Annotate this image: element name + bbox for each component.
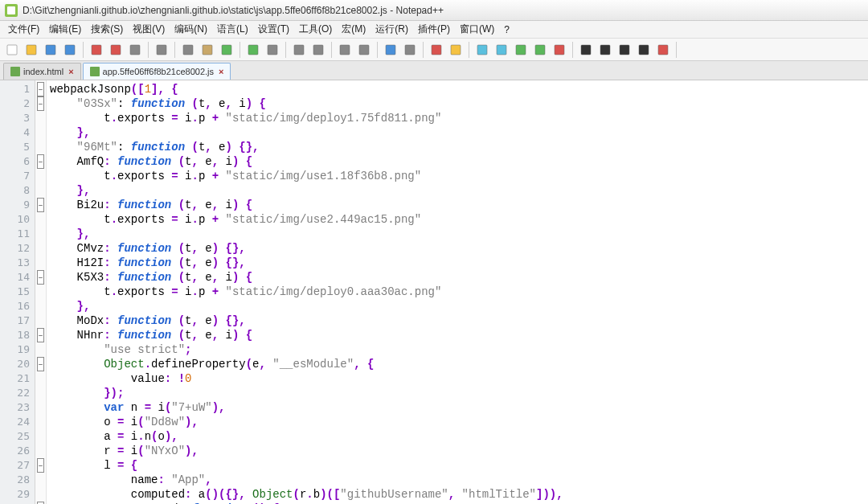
code-line[interactable]: l = { <box>50 458 868 473</box>
fold-marker-icon[interactable]: − <box>37 458 44 473</box>
spell-button[interactable] <box>654 41 672 59</box>
replace-button[interactable] <box>290 41 308 59</box>
undo-button[interactable] <box>218 41 235 59</box>
code-line[interactable]: t.exports = i.p + "static/img/deploy1.75… <box>50 111 868 125</box>
code-line[interactable]: H12I: function (t, e) {}, <box>50 256 868 270</box>
code-line[interactable]: MoDx: function (t, e) {}, <box>50 313 868 328</box>
sync-button[interactable] <box>355 41 373 59</box>
menu-item[interactable]: 搜索(S) <box>86 21 128 38</box>
code-line[interactable]: Object.defineProperty(e, "__esModule", { <box>50 357 868 371</box>
fold-marker-icon[interactable]: − <box>37 154 44 169</box>
comment-button[interactable] <box>512 41 530 59</box>
find-button[interactable] <box>264 41 281 59</box>
fold-marker-icon[interactable]: − <box>37 328 44 342</box>
rec-button[interactable] <box>551 41 568 59</box>
file-icon <box>90 67 100 76</box>
tab-bar: index.html×app.5ffe06ff6f8b21ce8002.js× <box>0 61 868 80</box>
fold-marker-icon[interactable]: − <box>37 198 44 212</box>
copy-button[interactable] <box>179 41 197 59</box>
code-line[interactable]: "96Mt": function (t, e) {}, <box>50 140 868 154</box>
line-number: 26 <box>0 444 35 458</box>
play-button[interactable] <box>577 41 595 59</box>
svg-rect-13 <box>294 45 304 55</box>
comment2-button[interactable] <box>531 41 549 59</box>
close-icon[interactable]: × <box>219 67 223 76</box>
menu-item[interactable]: 语言(L) <box>212 21 253 38</box>
close-all-button[interactable] <box>107 41 125 59</box>
indent-button[interactable] <box>428 41 445 59</box>
file-tab[interactable]: index.html× <box>3 63 81 80</box>
close-icon[interactable]: × <box>68 67 73 76</box>
doc-button[interactable] <box>473 41 491 59</box>
code-line[interactable]: }, <box>50 125 868 140</box>
code-line[interactable]: var n = i("7+uW"), <box>50 400 868 415</box>
menu-item[interactable]: 视图(V) <box>128 21 170 38</box>
play-next-button[interactable] <box>635 41 653 59</box>
save-all-button[interactable] <box>61 41 79 59</box>
code-line[interactable]: t.exports = i.p + "static/img/use1.18f36… <box>50 169 868 183</box>
folder-button[interactable] <box>447 41 465 59</box>
menu-item[interactable]: 文件(F) <box>3 21 44 38</box>
fold-slot: − <box>35 198 46 212</box>
line-number: 29 <box>0 487 35 502</box>
menu-item[interactable]: 插件(P) <box>413 21 455 38</box>
code-line[interactable]: name: "App", <box>50 473 868 487</box>
code-line[interactable]: computed: a()({}, Object(r.b)(["githubUs… <box>50 487 868 502</box>
play-list-button[interactable] <box>616 41 633 59</box>
code-line[interactable]: K5X3: function (t, e, i) { <box>50 270 868 285</box>
play-fast-button[interactable] <box>596 41 614 59</box>
fold-marker-icon[interactable]: − <box>37 82 44 96</box>
code-line[interactable]: NHnr: function (t, e, i) { <box>50 328 868 342</box>
wrap-button[interactable] <box>382 41 399 59</box>
hidden-button[interactable] <box>401 41 419 59</box>
redo-button[interactable] <box>244 41 262 59</box>
code-line[interactable]: value: !0 <box>50 371 868 386</box>
code-line[interactable]: }, <box>50 227 868 241</box>
cut-button[interactable] <box>153 41 170 59</box>
save-button[interactable] <box>42 41 59 59</box>
menu-item[interactable]: 窗口(W) <box>455 21 499 38</box>
code-line[interactable]: }); <box>50 386 868 400</box>
print-button[interactable] <box>126 41 144 59</box>
code-line[interactable]: }, <box>50 183 868 198</box>
code-line[interactable]: Bi2u: function (t, e, i) { <box>50 198 868 212</box>
fold-marker-icon[interactable]: − <box>37 96 44 111</box>
menu-item[interactable]: 编码(N) <box>170 21 212 38</box>
menu-item[interactable]: 编辑(E) <box>44 21 86 38</box>
menu-item[interactable]: 工具(O) <box>294 21 337 38</box>
file-tab[interactable]: app.5ffe06ff6f8b21ce8002.js× <box>83 63 231 80</box>
code-line[interactable]: r = i("NYxO"), <box>50 444 868 458</box>
menu-item[interactable]: 设置(T) <box>253 21 294 38</box>
menu-item[interactable]: 宏(M) <box>337 21 371 38</box>
new-button[interactable] <box>3 41 21 59</box>
svg-rect-21 <box>477 45 487 55</box>
code-line[interactable]: webpackJsonp([1], { <box>50 82 868 96</box>
code-line[interactable]: t.exports = i.p + "static/img/use2.449ac… <box>50 212 868 227</box>
line-number: 12 <box>0 241 35 256</box>
fold-slot <box>35 299 46 313</box>
line-number: 24 <box>0 415 35 429</box>
fold-slot <box>35 429 46 444</box>
paste-button[interactable] <box>199 41 216 59</box>
code-line[interactable]: o = i("Dd8w"), <box>50 415 868 429</box>
code-line[interactable]: "03Sx": function (t, e, i) { <box>50 96 868 111</box>
close-button[interactable] <box>88 41 105 59</box>
zoom-out-button[interactable] <box>336 41 354 59</box>
code-line[interactable]: AmfQ: function (t, e, i) { <box>50 154 868 169</box>
zoom-in-button[interactable] <box>309 41 327 59</box>
fold-marker-icon[interactable]: − <box>37 357 44 371</box>
code-content[interactable]: webpackJsonp([1], { "03Sx": function (t,… <box>47 80 868 504</box>
menu-item[interactable]: ? <box>499 23 514 37</box>
svg-rect-6 <box>130 45 140 55</box>
code-line[interactable]: t.exports = i.p + "static/img/deploy0.aa… <box>50 285 868 299</box>
menu-item[interactable]: 运行(R) <box>371 21 413 38</box>
code-line[interactable]: a = i.n(o), <box>50 429 868 444</box>
code-line[interactable]: CMvz: function (t, e) {}, <box>50 241 868 256</box>
code-line[interactable]: "use strict"; <box>50 342 868 357</box>
toolbar-separator <box>423 42 424 58</box>
open-button[interactable] <box>23 41 40 59</box>
code-line[interactable]: }, <box>50 299 868 313</box>
line-number: 27 <box>0 458 35 473</box>
fold-marker-icon[interactable]: − <box>37 270 44 285</box>
func-button[interactable] <box>493 41 510 59</box>
